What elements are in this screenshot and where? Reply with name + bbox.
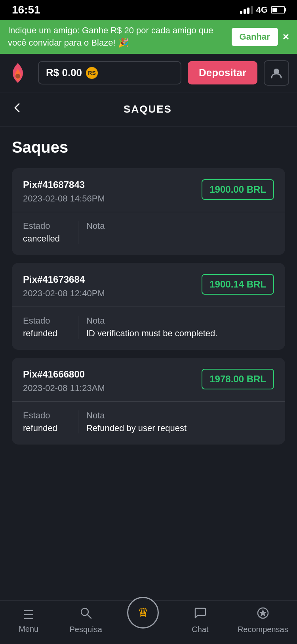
signal-bars-icon <box>240 6 253 14</box>
card-top: Pix#41666800 2023-02-08 11:23AM 1978.00 … <box>23 369 274 393</box>
app-logo[interactable] <box>8 61 32 85</box>
main-content: Saques Pix#41687843 2023-02-08 14:56PM 1… <box>0 126 297 500</box>
status-icons: 4G <box>240 5 285 15</box>
page-header: SAQUES <box>0 92 297 126</box>
withdrawal-card: Pix#41687843 2023-02-08 14:56PM 1900.00 … <box>12 168 285 255</box>
user-profile-button[interactable] <box>264 60 289 86</box>
nav-item-chat[interactable]: Chat <box>180 607 220 634</box>
note-value: ID verification must be completed. <box>86 328 274 339</box>
nav-label-search: Pesquisa <box>69 625 102 634</box>
withdrawal-id: Pix#41673684 <box>23 274 105 285</box>
bottom-navigation: ☰ Menu Pesquisa ♛ Chat Reco <box>0 600 297 644</box>
menu-icon: ☰ <box>23 607 34 622</box>
card-bottom: Estado refunded Nota ID verification mus… <box>23 307 274 350</box>
card-status: Estado refunded <box>23 316 78 339</box>
card-info: Pix#41666800 2023-02-08 11:23AM <box>23 369 105 393</box>
svg-marker-5 <box>259 609 267 617</box>
svg-point-0 <box>15 74 20 79</box>
withdrawal-amount: 1900.14 BRL <box>202 274 274 295</box>
nav-label-chat: Chat <box>192 625 208 634</box>
section-title: Saques <box>12 138 285 156</box>
page-title: SAQUES <box>31 103 265 115</box>
withdrawal-date: 2023-02-08 11:23AM <box>23 383 105 393</box>
note-label: Nota <box>86 221 274 231</box>
status-label: Estado <box>23 221 70 231</box>
status-value: cancelled <box>23 234 70 244</box>
status-value: refunded <box>23 328 70 339</box>
nav-item-home[interactable]: ♛ <box>123 605 163 636</box>
status-time: 16:51 <box>12 4 40 16</box>
crown-icon: ♛ <box>137 605 149 620</box>
nav-item-rewards[interactable]: Recompensas <box>238 607 288 634</box>
battery-icon <box>271 6 285 13</box>
currency-symbol: RS <box>88 70 95 76</box>
search-icon <box>80 607 92 623</box>
banner-earn-button[interactable]: Ganhar <box>232 28 278 46</box>
rewards-icon <box>257 607 269 623</box>
deposit-button[interactable]: Depositar <box>188 61 257 84</box>
status-label: Estado <box>23 316 70 326</box>
nav-label-menu: Menu <box>19 625 38 634</box>
withdrawal-amount: 1900.00 BRL <box>202 179 274 200</box>
card-info: Pix#41687843 2023-02-08 14:56PM <box>23 179 105 204</box>
note-value: Refunded by user request <box>86 423 274 433</box>
app-header: R$ 0.00 RS Depositar <box>0 54 297 92</box>
card-note: Nota <box>78 221 274 234</box>
banner-close-button[interactable]: × <box>283 31 289 43</box>
banner-text: Indique um amigo: Ganhe R$ 20 por cada a… <box>8 25 227 49</box>
note-label: Nota <box>86 316 274 326</box>
card-note: Nota ID verification must be completed. <box>78 316 274 339</box>
nav-item-search[interactable]: Pesquisa <box>66 607 106 634</box>
back-button[interactable] <box>12 102 23 117</box>
withdrawal-card: Pix#41666800 2023-02-08 11:23AM 1978.00 … <box>12 358 285 445</box>
status-label: Estado <box>23 410 70 421</box>
card-top: Pix#41687843 2023-02-08 14:56PM 1900.00 … <box>23 179 274 204</box>
withdrawal-amount: 1978.00 BRL <box>202 369 274 389</box>
withdrawal-card: Pix#41673684 2023-02-08 12:40PM 1900.14 … <box>12 263 285 350</box>
svg-line-3 <box>88 615 91 618</box>
withdrawal-date: 2023-02-08 14:56PM <box>23 194 105 204</box>
withdrawal-id: Pix#41687843 <box>23 179 105 190</box>
card-info: Pix#41673684 2023-02-08 12:40PM <box>23 274 105 299</box>
balance-value: R$ 0.00 <box>46 67 82 79</box>
withdrawals-list: Pix#41687843 2023-02-08 14:56PM 1900.00 … <box>12 168 285 445</box>
chat-icon <box>194 607 206 623</box>
card-top: Pix#41673684 2023-02-08 12:40PM 1900.14 … <box>23 274 274 299</box>
currency-coin: RS <box>86 67 98 79</box>
card-note: Nota Refunded by user request <box>78 410 274 433</box>
card-bottom: Estado refunded Nota Refunded by user re… <box>23 402 274 445</box>
home-circle: ♛ <box>127 597 159 629</box>
card-status: Estado refunded <box>23 410 78 433</box>
balance-display: R$ 0.00 RS <box>38 61 181 84</box>
status-value: refunded <box>23 423 70 433</box>
nav-label-rewards: Recompensas <box>238 625 288 634</box>
status-bar: 16:51 4G <box>0 0 297 20</box>
card-status: Estado cancelled <box>23 221 78 244</box>
nav-item-menu[interactable]: ☰ Menu <box>9 607 48 634</box>
withdrawal-id: Pix#41666800 <box>23 369 105 380</box>
card-bottom: Estado cancelled Nota <box>23 212 274 255</box>
network-label: 4G <box>256 5 268 15</box>
note-label: Nota <box>86 410 274 421</box>
promo-banner: Indique um amigo: Ganhe R$ 20 por cada a… <box>0 20 297 54</box>
withdrawal-date: 2023-02-08 12:40PM <box>23 288 105 299</box>
